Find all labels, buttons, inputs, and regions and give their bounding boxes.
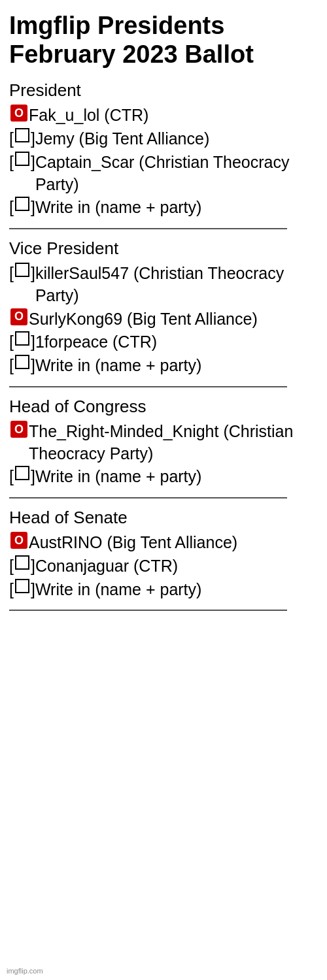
checkbox-empty-wrapper: [ — [9, 128, 14, 150]
candidate-name: Write in (name + party) — [35, 197, 318, 219]
section-title-head-of-congress: Head of Congress — [9, 397, 318, 417]
checkbox-empty-icon[interactable] — [15, 466, 29, 480]
checkbox-close-bracket: ] — [31, 197, 35, 219]
section-title-head-of-senate: Head of Senate — [9, 508, 318, 528]
section-head-of-senate: Head of SenateO AustRINO (Big Tent Allia… — [9, 508, 318, 600]
candidate-line: [] killerSaul547 (Christian Theocracy Pa… — [9, 263, 318, 307]
candidate-line: O Fak_u_lol (CTR) — [9, 105, 318, 127]
candidate-line: [] Write in (name + party) — [9, 355, 318, 377]
checkbox-empty-icon[interactable] — [15, 152, 29, 166]
candidate-line: [] 1forpeace (CTR) — [9, 331, 318, 353]
checkbox-close-bracket: ] — [31, 579, 35, 601]
checkbox-empty-wrapper: [ — [9, 152, 14, 174]
checkbox-close-bracket: ] — [31, 152, 35, 174]
section-title-vice-president: Vice President — [9, 238, 318, 259]
checkbox-empty-wrapper: [ — [9, 466, 14, 488]
checkbox-close-bracket: ] — [31, 355, 35, 377]
checkbox-close-bracket: ] — [31, 128, 35, 150]
candidate-line: [] Write in (name + party) — [9, 197, 318, 219]
checkbox-close-bracket: ] — [31, 263, 35, 285]
candidate-line: O SurlyKong69 (Big Tent Alliance) — [9, 308, 318, 331]
candidate-line: [] Captain_Scar (Christian Theocracy Par… — [9, 152, 318, 196]
checkbox-selected-icon[interactable]: O — [10, 421, 27, 438]
candidate-name: Conanjaguar (CTR) — [35, 555, 318, 578]
candidate-name: AustRINO (Big Tent Alliance) — [29, 532, 318, 554]
checkbox-empty-icon[interactable] — [15, 331, 29, 346]
candidate-name: Fak_u_lol (CTR) — [29, 105, 318, 127]
section-head-of-congress: Head of CongressO The_Right-Minded_Knigh… — [9, 397, 318, 488]
checkbox-close-bracket: ] — [31, 555, 35, 578]
candidate-name: Write in (name + party) — [35, 466, 318, 488]
candidate-name: 1forpeace (CTR) — [35, 331, 318, 353]
checkbox-empty-wrapper: [ — [9, 579, 14, 601]
page-title: Imgflip Presidents February 2023 Ballot — [9, 12, 318, 69]
candidate-line: [] Write in (name + party) — [9, 466, 318, 488]
section-divider — [9, 610, 287, 611]
candidate-name: The_Right-Minded_Knight (Christian Theoc… — [29, 421, 318, 465]
candidate-line: O The_Right-Minded_Knight (Christian The… — [9, 421, 318, 465]
checkbox-empty-wrapper: [ — [9, 263, 14, 285]
checkbox-empty-wrapper: [ — [9, 555, 14, 578]
section-divider — [9, 228, 287, 229]
checkbox-empty-icon[interactable] — [15, 197, 29, 211]
checkbox-close-bracket: ] — [31, 331, 35, 353]
candidate-line: [] Write in (name + party) — [9, 579, 318, 601]
checkbox-close-bracket: ] — [31, 466, 35, 488]
checkbox-empty-icon[interactable] — [15, 579, 29, 593]
candidate-line: [] Jemy (Big Tent Alliance) — [9, 128, 318, 150]
section-title-president: President — [9, 80, 318, 101]
candidate-name: Captain_Scar (Christian Theocracy Party) — [35, 152, 318, 196]
candidate-name: Write in (name + party) — [35, 579, 318, 601]
checkbox-selected-icon[interactable]: O — [10, 532, 27, 549]
checkbox-empty-icon[interactable] — [15, 555, 29, 570]
candidate-name: Jemy (Big Tent Alliance) — [35, 128, 318, 150]
checkbox-empty-wrapper: [ — [9, 355, 14, 377]
watermark: imgflip.com — [7, 967, 43, 975]
checkbox-empty-icon[interactable] — [15, 263, 29, 277]
candidate-line: O AustRINO (Big Tent Alliance) — [9, 532, 318, 554]
checkbox-empty-wrapper: [ — [9, 197, 14, 219]
checkbox-empty-wrapper: [ — [9, 331, 14, 353]
candidate-name: Write in (name + party) — [35, 355, 318, 377]
section-divider — [9, 497, 287, 498]
section-president: PresidentO Fak_u_lol (CTR)[] Jemy (Big T… — [9, 80, 318, 219]
checkbox-selected-icon[interactable]: O — [10, 308, 27, 325]
section-divider — [9, 386, 287, 387]
candidate-name: killerSaul547 (Christian Theocracy Party… — [35, 263, 318, 307]
section-vice-president: Vice President[] killerSaul547 (Christia… — [9, 238, 318, 377]
checkbox-empty-icon[interactable] — [15, 128, 29, 142]
checkbox-empty-icon[interactable] — [15, 355, 29, 369]
candidate-line: [] Conanjaguar (CTR) — [9, 555, 318, 578]
candidate-name: SurlyKong69 (Big Tent Alliance) — [29, 308, 318, 331]
checkbox-selected-icon[interactable]: O — [10, 105, 27, 122]
